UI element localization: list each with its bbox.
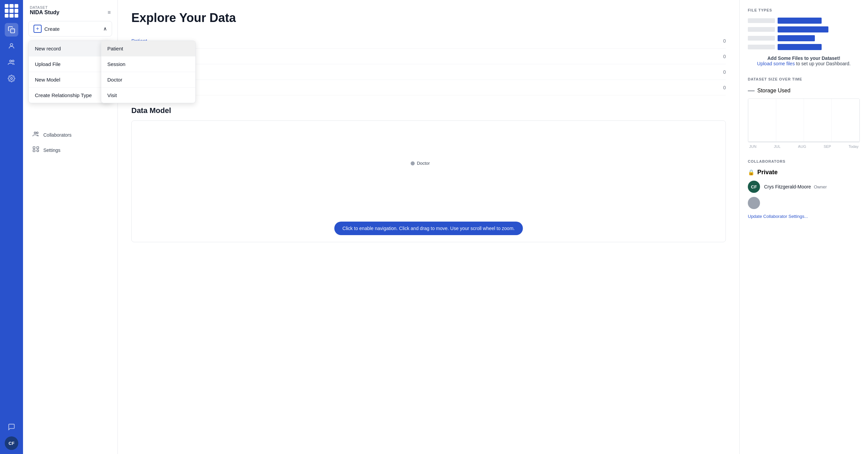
svg-point-10 — [37, 150, 39, 152]
svg-rect-8 — [33, 150, 35, 152]
table-row: Visit 0 — [131, 80, 726, 95]
submenu-item-visit[interactable]: Visit — [101, 88, 195, 103]
storage-title: DATASET SIZE OVER TIME — [748, 77, 860, 81]
sidebar-icon-group[interactable] — [5, 55, 18, 69]
chart-labels: JUN JUL AUG SEP Today — [748, 144, 860, 149]
add-files-text: Add Some Files to your Dataset! Upload s… — [748, 55, 860, 66]
chart-grid — [748, 99, 860, 142]
file-types-chart — [748, 18, 860, 50]
bar-label — [748, 45, 775, 49]
tables-section: Patient 0 Session 0 Doctor 0 Visit 0 — [131, 33, 726, 95]
visibility-row: 🔒 Private — [748, 169, 860, 176]
svg-rect-9 — [37, 147, 39, 149]
bar-fill — [778, 35, 815, 41]
table-row: Patient 0 — [131, 33, 726, 49]
sidebar-icon-chat[interactable] — [5, 420, 18, 434]
collaborator-avatar-placeholder — [748, 197, 760, 209]
table-count-doctor: 0 — [723, 69, 726, 75]
svg-point-1 — [10, 44, 13, 46]
bar-fill — [778, 44, 822, 50]
app-logo[interactable] — [5, 4, 18, 18]
bar-fill — [778, 26, 828, 32]
dropdown-item-new-record[interactable]: New record › — [29, 41, 112, 56]
chevron-up-icon: ∧ — [103, 26, 107, 32]
collaborators-title: COLLABORATORS — [748, 159, 860, 163]
sidebar-icon-copy[interactable] — [5, 23, 18, 37]
file-types-title: FILE TYPES — [748, 8, 860, 12]
table-count-session: 0 — [723, 54, 726, 59]
main-content: Explore Your Data Patient 0 Session 0 Do… — [118, 0, 739, 454]
plus-icon: + — [34, 25, 42, 33]
bar-fill — [778, 18, 822, 24]
table-row: Session 0 — [131, 49, 726, 64]
storage-label: — Storage Used — [748, 87, 860, 94]
data-model-canvas[interactable]: Doctor Patient Click to enable navigatio… — [131, 120, 726, 242]
table-count-visit: 0 — [723, 85, 726, 90]
bar-row — [748, 44, 860, 50]
settings-icon — [32, 146, 39, 154]
data-model-title: Data Model — [131, 106, 726, 115]
model-node-doctor: Doctor — [411, 161, 430, 166]
svg-point-3 — [12, 60, 14, 62]
svg-rect-7 — [33, 147, 35, 149]
create-section: + Create ∧ — [23, 18, 117, 39]
svg-rect-0 — [10, 29, 15, 33]
svg-point-2 — [10, 60, 12, 62]
bar-row — [748, 35, 860, 41]
collaborator-item: CF Crys Fitzgerald-Moore Owner — [748, 181, 860, 193]
collaborators-icon — [32, 131, 39, 139]
collaborators-section: COLLABORATORS 🔒 Private CF Crys Fitzgera… — [748, 159, 860, 219]
create-button[interactable]: + Create ∧ — [28, 21, 112, 37]
canvas-hint: Click to enable navigation. Click and dr… — [334, 222, 523, 235]
collaborator-avatar: CF — [748, 181, 760, 193]
list-icon[interactable]: ≡ — [108, 9, 111, 16]
submenu-item-doctor[interactable]: Doctor — [101, 72, 195, 88]
sidebar-icon-person[interactable] — [5, 39, 18, 53]
storage-section: DATASET SIZE OVER TIME — Storage Used JU… — [748, 77, 860, 149]
data-model-section: Data Model Doctor Patient Click to enabl… — [131, 106, 726, 242]
upload-link[interactable]: Upload some files — [757, 61, 795, 66]
create-dropdown-menu: New record › Upload File New Model Creat… — [28, 41, 112, 103]
nav-item-collaborators[interactable]: Collaborators — [28, 127, 112, 142]
svg-point-4 — [10, 77, 13, 80]
dropdown-item-upload-file[interactable]: Upload File — [29, 56, 112, 72]
collaborator-item — [748, 197, 860, 209]
bar-row — [748, 26, 860, 32]
right-panel: FILE TYPES Add Some Files to your Datase… — [739, 0, 868, 454]
dropdown-item-new-model[interactable]: New Model — [29, 72, 112, 88]
chart-baseline — [748, 141, 860, 142]
dropdown-item-create-relationship[interactable]: Create Relationship Type — [29, 88, 112, 103]
svg-point-5 — [34, 132, 36, 134]
table-count-patient: 0 — [723, 38, 726, 44]
sidebar-icon-settings[interactable] — [5, 72, 18, 85]
nav-item-settings[interactable]: Settings — [28, 142, 112, 158]
collaborator-info: Crys Fitzgerald-Moore Owner — [764, 184, 827, 190]
lock-icon: 🔒 — [748, 169, 755, 176]
dataset-name: NIDA Study ≡ — [30, 9, 111, 16]
bar-row — [748, 18, 860, 24]
bar-label — [748, 27, 775, 32]
submenu-item-patient[interactable]: Patient — [101, 41, 195, 56]
dataset-label: Dataset — [30, 5, 111, 9]
storage-chart — [748, 98, 860, 142]
update-collaborator-link[interactable]: Update Collaborator Settings... — [748, 213, 860, 219]
sidebar: CF — [0, 0, 23, 454]
bar-label — [748, 36, 775, 41]
page-title: Explore Your Data — [131, 11, 726, 25]
user-avatar[interactable]: CF — [5, 436, 18, 450]
bottom-nav: Collaborators Settings — [23, 127, 117, 158]
svg-point-6 — [37, 132, 38, 134]
bar-label — [748, 18, 775, 23]
table-row: Doctor 0 — [131, 64, 726, 80]
node-dot-doctor — [411, 161, 415, 165]
file-types-section: FILE TYPES Add Some Files to your Datase… — [748, 8, 860, 66]
new-record-submenu: Patient Session Doctor Visit — [101, 41, 196, 103]
submenu-item-session[interactable]: Session — [101, 56, 195, 72]
left-panel-header: Dataset NIDA Study ≡ — [23, 0, 117, 18]
